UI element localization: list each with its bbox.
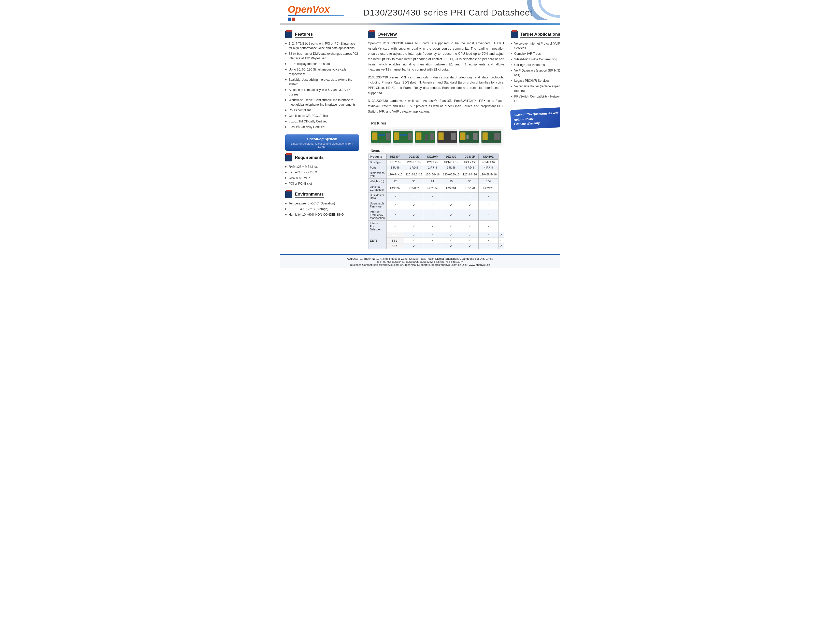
- list-item: Legacy PBX/IVR Services: [511, 78, 560, 84]
- requirements-icon: [285, 154, 292, 162]
- svg-rect-22: [483, 132, 488, 140]
- items-label: Items: [368, 147, 504, 154]
- row-dims-val1: 120×68.5×16: [404, 170, 424, 179]
- row-bmd-val3: ✓: [441, 193, 461, 201]
- row-irqpin-val1: ✓: [404, 221, 424, 232]
- list-item: Temperature: 0 ~50°C (Operation): [285, 201, 359, 206]
- footer: Address: F/3, Block No.127, Jindi Indust…: [280, 254, 560, 268]
- features-title: Features: [295, 32, 313, 38]
- environments-title: Environments: [295, 192, 324, 198]
- target-apps-icon: [511, 31, 518, 38]
- list-item: RAM 128 + MB Linux: [285, 164, 359, 169]
- row-upfw-val1: ✓: [404, 201, 424, 209]
- row-ports-val5: 4 RJ48: [478, 165, 498, 170]
- list-item: CPU 800+ MHZ: [285, 175, 359, 181]
- row-dims-val5: 120×68.5×16: [478, 170, 498, 179]
- row-ss1-val4: ✓: [478, 238, 498, 244]
- table-row: Interrupt Frequency Modification ✓ ✓ ✓ ✓…: [368, 209, 504, 221]
- warranty-badge: 3-Month "No Questions-Asked" Return Poli…: [510, 107, 560, 130]
- table-row: Bus Type PCI 2.2+ PCI-E 1.0+ PCI 2.2+ PC…: [368, 160, 504, 165]
- row-irqpin-val0: ✓: [387, 221, 404, 232]
- pictures-header: Pictures: [368, 119, 504, 127]
- row-ss1-val2: ✓: [441, 238, 461, 244]
- table-row: Interrupt PIN Selection ✓ ✓ ✓ ✓ ✓ ✓: [368, 221, 504, 232]
- list-item: -40 ~125°C (Storage): [285, 206, 359, 212]
- row-dims-val0: 120×64×16: [387, 170, 404, 179]
- row-dims-val3: 120×68.5×16: [441, 170, 461, 179]
- row-upfw-label: Upgradable Firmware: [368, 201, 387, 209]
- svg-rect-23: [494, 133, 500, 140]
- logo-underline: [288, 15, 344, 16]
- list-item: Worldwide usable: Configurable line inte…: [285, 97, 359, 108]
- table-row: Optional EC Module EC2032 EC2032 EC2064 …: [368, 184, 504, 193]
- table-row: Weights (g) 92 93 94 95 98 104: [368, 179, 504, 184]
- card-image-4: [437, 129, 458, 145]
- svg-rect-5: [378, 134, 385, 136]
- page-header: OpenVox D130/230/430 series PRI Card Dat…: [280, 0, 560, 21]
- target-apps-list: Voice-over Internet Protocol (VoIP) Serv…: [511, 41, 560, 104]
- row-weights-val0: 92: [387, 179, 404, 184]
- row-ec-val3: EC2064: [441, 184, 461, 193]
- row-ec-val1: EC2032: [404, 184, 424, 193]
- row-weights-val2: 94: [424, 179, 441, 184]
- row-bus-type-val3: PCI-E 1.0+: [441, 160, 461, 165]
- row-ss7-val3: ✓: [461, 244, 478, 249]
- list-item: Certificates: CE, FCC, A-Tick: [285, 113, 359, 119]
- row-irqpin-val2: ✓: [424, 221, 441, 232]
- logo-square-blue: [288, 17, 291, 21]
- row-upfw-val4: ✓: [461, 201, 478, 209]
- logo: OpenVox: [288, 5, 344, 14]
- row-ec-val0: EC2032: [387, 184, 404, 193]
- col-header-products: Products: [368, 154, 387, 160]
- list-item: VoIP Gateways (support SIP, H.323, and I…: [511, 68, 560, 78]
- list-item: 1, 2, 4 T1/E1/J1 ports with PCI or PCI-E…: [285, 41, 359, 51]
- list-item: RoHS compliant: [285, 108, 359, 113]
- svg-rect-15: [439, 132, 444, 140]
- row-irqpin-val5: ✓: [478, 221, 498, 232]
- list-item: Calling Card Platforms: [511, 62, 560, 68]
- row-pri-val5: ✓: [498, 232, 504, 238]
- requirements-section: Requirements RAM 128 + MB Linux Kernel 2…: [285, 154, 359, 186]
- requirements-title: Requirements: [295, 155, 324, 161]
- card-image-6: [481, 129, 502, 145]
- row-bus-type-val4: PCI 2.2+: [461, 160, 478, 165]
- col-header-de230p: DE230P: [424, 154, 441, 160]
- table-header-row: Products DE130P DE130E DE230P DE230E DE4…: [368, 154, 504, 160]
- table-row: E1/T1 PRI ✓ ✓ ✓ ✓ ✓ ✓: [368, 232, 504, 238]
- row-bus-type-val0: PCI 2.2+: [387, 160, 404, 165]
- list-item: trixbox TM Officially Certified: [285, 119, 359, 124]
- list-item: PRI/Switch Compatibility - Network or CP…: [511, 94, 560, 104]
- row-irq-val5: ✓: [478, 209, 498, 221]
- card-image-2: [393, 129, 413, 145]
- list-item: Voice/Data Router (replace expensive rou…: [511, 84, 560, 94]
- row-irq-val2: ✓: [424, 209, 441, 221]
- row-irqpin-val4: ✓: [461, 221, 478, 232]
- row-ss7-label: SS7: [387, 244, 404, 249]
- svg-rect-18: [460, 132, 466, 140]
- requirements-list: RAM 128 + MB Linux Kernel 2.4.X or 2.6.X…: [285, 164, 359, 186]
- list-item: 32 bit bus master DMA data exchanges acr…: [285, 51, 359, 61]
- list-item: Elastix® Officially Certified: [285, 124, 359, 130]
- svg-rect-11: [416, 132, 422, 140]
- logo-vox: Vox: [313, 4, 330, 15]
- row-dims-label: Dimensions (mm): [368, 170, 387, 179]
- row-bmd-val2: ✓: [424, 193, 441, 201]
- row-bus-type-val1: PCI-E 1.0+: [404, 160, 424, 165]
- features-icon: [285, 31, 292, 38]
- row-irq-label: Interrupt Frequency Modification: [368, 209, 387, 221]
- row-ss1-label: SS1: [387, 238, 404, 244]
- row-weights-val4: 98: [461, 179, 478, 184]
- card-image-1: [371, 129, 392, 145]
- os-title: Operating System: [289, 137, 355, 141]
- row-upfw-val3: ✓: [441, 201, 461, 209]
- row-ec-label: Optional EC Module: [368, 184, 387, 193]
- overview-title: Overview: [377, 32, 397, 38]
- environments-list: Temperature: 0 ~50°C (Operation) -40 ~12…: [285, 201, 359, 217]
- features-section: Features 1, 2, 4 T1/E1/J1 ports with PCI…: [285, 31, 359, 130]
- row-bmd-val1: ✓: [404, 193, 424, 201]
- row-ss1-val1: ✓: [424, 238, 441, 244]
- row-ss7-val4: ✓: [478, 244, 498, 249]
- col-header-de130p: DE130P: [387, 154, 404, 160]
- row-dims-val2: 120×64×16: [424, 170, 441, 179]
- target-apps-header: Target Applications: [511, 31, 560, 38]
